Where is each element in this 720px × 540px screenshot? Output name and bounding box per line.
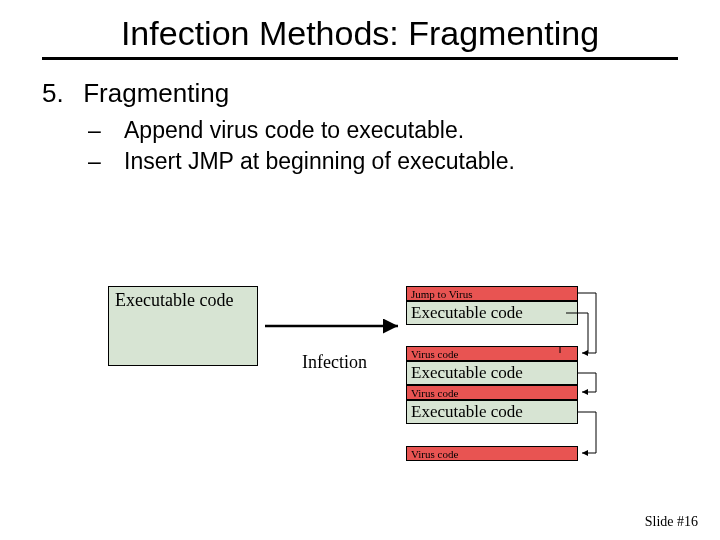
exec-box-left: Executable code [108,286,258,366]
slide-number: Slide #16 [645,514,698,530]
exec-code-box-2: Executable code [406,361,578,385]
bullet-text: Append virus code to executable. [124,115,464,146]
section-number: 5. [42,78,76,109]
infection-label: Infection [302,352,367,373]
virus-code-label-3: Virus code [411,448,458,460]
diagram: Executable code Infection Jump to Virus … [0,280,720,510]
jump-to-virus-label: Jump to Virus [411,288,472,300]
virus-code-box-3: Virus code [406,446,578,461]
section-label: Fragmenting [83,78,229,108]
slide: Infection Methods: Fragmenting 5. Fragme… [0,0,720,540]
exec-code-label-1: Executable code [411,303,523,322]
bullet-item: – Insert JMP at beginning of executable. [88,146,720,177]
virus-code-label-2: Virus code [411,387,458,399]
virus-code-label-1: Virus code [411,348,458,360]
bullet-list: – Append virus code to executable. – Ins… [88,115,720,177]
exec-code-label-2: Executable code [411,363,523,382]
virus-code-box-1: Virus code [406,346,578,361]
exec-code-box-3: Executable code [406,400,578,424]
jump-to-virus-box: Jump to Virus [406,286,578,301]
bullet-text: Insert JMP at beginning of executable. [124,146,515,177]
bullet-dash: – [88,115,124,146]
slide-title: Infection Methods: Fragmenting [0,0,720,53]
exec-code-label-3: Executable code [411,402,523,421]
virus-code-box-2: Virus code [406,385,578,400]
bullet-dash: – [88,146,124,177]
bullet-item: – Append virus code to executable. [88,115,720,146]
title-underline [42,57,678,60]
section-heading: 5. Fragmenting [42,78,720,109]
exec-box-left-label: Executable code [115,290,233,310]
exec-code-box-1: Executable code [406,301,578,325]
